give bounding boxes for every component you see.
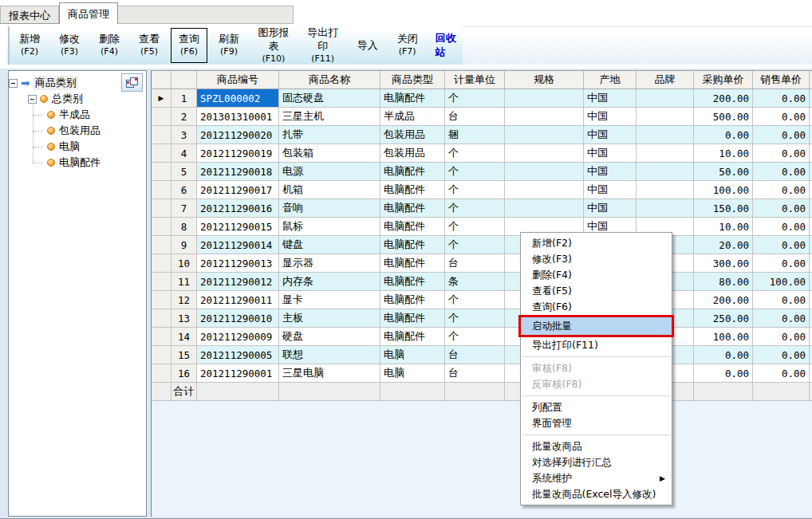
cell-type[interactable]: 电脑配件 bbox=[380, 199, 445, 218]
cell-type[interactable]: 电脑配件 bbox=[380, 89, 445, 108]
cell-name[interactable]: 鼠标 bbox=[279, 218, 380, 236]
menu-item-查看(F5)[interactable]: 查看(F5) bbox=[521, 283, 672, 299]
toolbar-button-导入[interactable]: 导入 bbox=[349, 28, 386, 63]
toolbar-button-关闭[interactable]: 关闭(F7) bbox=[389, 28, 426, 63]
tree-root-label[interactable]: 商品类别 bbox=[34, 76, 78, 90]
row-selector-cell[interactable] bbox=[152, 218, 171, 236]
menu-item-导出打印(F11)[interactable]: 导出打印(F11) bbox=[521, 337, 672, 353]
cell-brand[interactable] bbox=[637, 199, 694, 218]
toolbar-button-删除[interactable]: 删除(F4) bbox=[91, 28, 128, 63]
cell-brand[interactable] bbox=[637, 126, 694, 144]
cell-origin[interactable]: 中国 bbox=[584, 89, 637, 108]
cell-name[interactable]: 内存条 bbox=[279, 273, 380, 291]
toolbar-button-导出打印[interactable]: 导出打印(F11) bbox=[300, 28, 346, 63]
cell-origin[interactable]: 中国 bbox=[584, 108, 637, 126]
row-selector-cell[interactable] bbox=[152, 144, 171, 163]
dock-panel-button[interactable] bbox=[121, 73, 143, 92]
menu-item-删除(F4)[interactable]: 删除(F4) bbox=[521, 267, 672, 283]
menu-item-新增(F2)[interactable]: 新增(F2) bbox=[521, 235, 672, 251]
row-selector-cell[interactable]: ▶ bbox=[152, 89, 171, 108]
cell-buy[interactable]: 0.00 bbox=[694, 364, 753, 383]
grid-header-seq[interactable] bbox=[171, 71, 197, 89]
cell-brand[interactable] bbox=[637, 181, 694, 199]
cell-type[interactable]: 电脑 bbox=[380, 346, 445, 364]
row-number-cell[interactable]: 5 bbox=[171, 163, 197, 181]
cell-unit[interactable]: 个 bbox=[445, 236, 505, 254]
cell-unit[interactable]: 条 bbox=[445, 273, 505, 291]
grid-header-产地[interactable]: 产地 bbox=[584, 71, 637, 89]
cell-spec[interactable] bbox=[505, 163, 584, 181]
tab-active[interactable]: 商品管理 bbox=[59, 2, 118, 24]
collapse-icon[interactable] bbox=[9, 79, 18, 88]
grid-header-采购单价[interactable]: 采购单价 bbox=[694, 71, 753, 89]
grid-header-品牌[interactable]: 品牌 bbox=[637, 71, 694, 89]
cell-type[interactable]: 电脑配件 bbox=[380, 218, 445, 236]
row-number-cell[interactable]: 8 bbox=[171, 218, 197, 236]
cell-name[interactable]: 三星电脑 bbox=[279, 364, 380, 383]
cell-code[interactable]: 201301310001 bbox=[197, 108, 279, 126]
cell-buy[interactable]: 500.00 bbox=[694, 108, 753, 126]
cell-brand[interactable] bbox=[637, 144, 694, 163]
row-selector-cell[interactable] bbox=[152, 163, 171, 181]
cell-sell[interactable]: 0.00 bbox=[753, 364, 810, 383]
cell-type[interactable]: 电脑配件 bbox=[380, 273, 445, 291]
cell-name[interactable]: 显卡 bbox=[279, 291, 380, 309]
cell-sell[interactable]: 0.00 bbox=[753, 346, 810, 364]
cell-sell[interactable]: 0.00 bbox=[753, 163, 810, 181]
cell-unit[interactable]: 台 bbox=[445, 364, 505, 383]
grid-header-销售单价[interactable]: 销售单价 bbox=[753, 71, 810, 89]
row-selector-cell[interactable] bbox=[152, 309, 171, 328]
cell-origin[interactable]: 中国 bbox=[584, 126, 637, 144]
toolbar-button-查询[interactable]: 查询(F6) bbox=[171, 28, 207, 63]
menu-item-批量改商品(Excel导入修改)[interactable]: 批量改商品(Excel导入修改) bbox=[521, 486, 672, 502]
row-selector-cell[interactable] bbox=[152, 328, 171, 346]
cell-unit[interactable]: 个 bbox=[445, 291, 505, 309]
cell-buy[interactable]: 0.00 bbox=[694, 126, 753, 144]
tree-node-group[interactable]: 总类别 bbox=[9, 91, 146, 107]
cell-buy[interactable]: 200.00 bbox=[694, 89, 753, 108]
cell-buy[interactable]: 20.00 bbox=[694, 236, 753, 254]
row-number-cell[interactable]: 3 bbox=[171, 126, 197, 144]
cell-type[interactable]: 包装用品 bbox=[380, 144, 445, 163]
cell-type[interactable]: 包装用品 bbox=[380, 126, 445, 144]
row-selector-cell[interactable] bbox=[152, 199, 171, 218]
tree-node-电脑[interactable]: 电脑 bbox=[9, 139, 146, 155]
cell-code[interactable]: 201211290001 bbox=[197, 364, 279, 383]
cell-brand[interactable] bbox=[637, 108, 694, 126]
cell-code[interactable]: 201211290019 bbox=[197, 144, 279, 163]
tab-inactive[interactable]: 报表中心 bbox=[0, 6, 59, 24]
cell-unit[interactable]: 台 bbox=[445, 346, 505, 364]
cell-unit[interactable]: 个 bbox=[445, 144, 505, 163]
cell-type[interactable]: 电脑配件 bbox=[380, 181, 445, 199]
cell-origin[interactable]: 中国 bbox=[584, 181, 637, 199]
cell-spec[interactable] bbox=[505, 144, 584, 163]
cell-code[interactable]: 201211290005 bbox=[197, 346, 279, 364]
cell-sell[interactable]: 0.00 bbox=[753, 126, 810, 144]
row-number-cell[interactable]: 14 bbox=[171, 328, 197, 346]
cell-name[interactable]: 键盘 bbox=[279, 236, 380, 254]
row-number-cell[interactable]: 1 bbox=[171, 89, 197, 108]
cell-spec[interactable] bbox=[505, 89, 584, 108]
cell-buy[interactable]: 200.00 bbox=[694, 291, 753, 309]
cell-name[interactable]: 显示器 bbox=[279, 254, 380, 273]
cell-type[interactable]: 电脑 bbox=[380, 364, 445, 383]
cell-sell[interactable]: 0.00 bbox=[753, 144, 810, 163]
cell-sell[interactable]: 0.00 bbox=[753, 108, 810, 126]
cell-unit[interactable]: 个 bbox=[445, 328, 505, 346]
cell-code[interactable]: 201211290020 bbox=[197, 126, 279, 144]
cell-buy[interactable]: 100.00 bbox=[694, 181, 753, 199]
cell-unit[interactable]: 个 bbox=[445, 181, 505, 199]
toolbar-button-新增[interactable]: 新增(F2) bbox=[11, 28, 48, 63]
cell-brand[interactable] bbox=[637, 163, 694, 181]
tree-node-电脑配件[interactable]: 电脑配件 bbox=[9, 155, 146, 171]
cell-sell[interactable]: 0.00 bbox=[753, 291, 810, 309]
cell-name[interactable]: 扎带 bbox=[279, 126, 380, 144]
cell-spec[interactable] bbox=[505, 126, 584, 144]
grid-header-商品编号[interactable]: 商品编号 bbox=[197, 71, 279, 89]
cell-code[interactable]: 201211290012 bbox=[197, 273, 279, 291]
cell-sell[interactable]: 0.00 bbox=[753, 181, 810, 199]
menu-item-查询(F6)[interactable]: 查询(F6) bbox=[521, 299, 672, 315]
cell-sell[interactable]: 0.00 bbox=[753, 254, 810, 273]
row-selector-cell[interactable] bbox=[152, 364, 171, 383]
cell-origin[interactable]: 中国 bbox=[584, 144, 637, 163]
